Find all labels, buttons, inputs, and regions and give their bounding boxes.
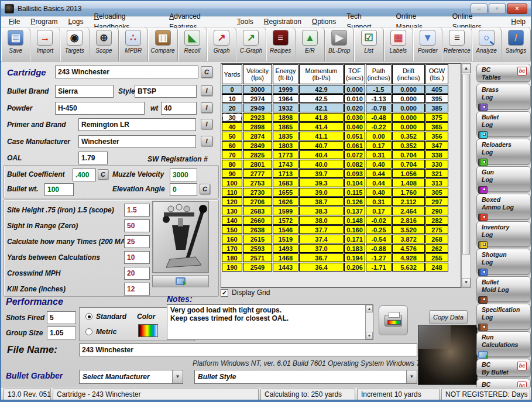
cell-yards[interactable]: 60 xyxy=(222,141,242,150)
bullet-style-dropdown[interactable]: Bullet Style ▼ xyxy=(194,370,417,384)
cell-momentum[interactable]: 38.7 xyxy=(299,197,344,206)
cell-drift[interactable]: 0.000 xyxy=(392,94,425,103)
cell-tof[interactable]: 0.030 xyxy=(344,113,365,122)
sight-in-range-input[interactable] xyxy=(124,219,150,232)
cell-energy[interactable]: 1683 xyxy=(273,178,298,187)
boxed-ammo-log-button[interactable]: BoxedAmmo Log xyxy=(476,194,531,219)
cell-path[interactable]: 0.17 xyxy=(366,141,392,150)
cell-momentum[interactable]: 40.7 xyxy=(299,141,344,150)
bc-by-bullet-button[interactable]: BCBy Bulletbc xyxy=(476,359,531,377)
cell-yards[interactable]: 120 xyxy=(222,197,242,206)
metric-radio[interactable] xyxy=(85,328,92,335)
group-size-input[interactable] xyxy=(47,327,76,339)
cell-tof[interactable]: 0.160 xyxy=(344,225,365,234)
cell-yards[interactable]: 110 xyxy=(222,188,242,197)
cell-velocity[interactable]: 2974 xyxy=(243,94,272,103)
cell-yards[interactable]: 100 xyxy=(222,178,242,187)
cell-ogw[interactable]: 365 xyxy=(425,122,448,131)
cell-tof[interactable]: 0.040 xyxy=(344,122,365,131)
cell-ogw[interactable]: 305 xyxy=(425,188,448,197)
cell-velocity[interactable]: 2706 xyxy=(243,197,272,206)
cell-velocity[interactable]: 2753 xyxy=(243,178,272,187)
cell-path[interactable]: 0.40 xyxy=(366,160,392,169)
display-grid-checkbox[interactable]: ✓ xyxy=(221,289,228,297)
cell-yards[interactable]: 130 xyxy=(222,207,242,215)
bullet-info-button[interactable]: I xyxy=(201,85,212,96)
cell-ogw[interactable]: 248 xyxy=(425,263,448,272)
cell-momentum[interactable]: 40.4 xyxy=(299,150,344,159)
yards-between-input[interactable] xyxy=(124,251,150,264)
cell-drift[interactable]: 0.000 xyxy=(392,122,425,131)
inventory-log-button[interactable]: InventoryLog xyxy=(476,221,531,247)
cell-velocity[interactable]: 2683 xyxy=(243,207,272,215)
bullet-wt-input[interactable] xyxy=(44,183,74,196)
recoil-button[interactable]: ◣Recoil xyxy=(178,28,207,61)
cell-yards[interactable]: 30 xyxy=(222,113,242,122)
cell-yards[interactable]: 80 xyxy=(222,160,242,169)
cell-energy[interactable]: 1835 xyxy=(273,132,298,140)
cell-ogw[interactable]: 347 xyxy=(425,141,448,150)
cell-path[interactable]: -0.78 xyxy=(366,104,392,112)
cell-tof[interactable]: 0.183 xyxy=(344,244,365,253)
chevron-down-icon[interactable]: ▼ xyxy=(406,370,417,383)
cell-drift[interactable]: 0.704 xyxy=(392,150,425,159)
gun-log-button[interactable]: GunLog xyxy=(476,166,531,192)
cell-ogw[interactable]: 313 xyxy=(425,178,448,187)
cell-ogw[interactable]: 375 xyxy=(425,113,448,122)
powder-wt-input[interactable] xyxy=(161,102,197,115)
scroll-up-icon[interactable]: ▲ xyxy=(462,64,471,73)
cell-path[interactable]: 0.17 xyxy=(366,207,392,215)
list-button[interactable]: ☑List xyxy=(354,28,383,61)
shots-fired-input[interactable] xyxy=(47,311,76,324)
c-graph-button[interactable]: ↗C-Graph xyxy=(236,28,266,61)
scroll-thumb[interactable] xyxy=(462,74,470,255)
cell-drift[interactable]: 1.760 xyxy=(392,188,425,197)
cartridge-c-button[interactable]: C xyxy=(201,66,212,78)
cell-ogw[interactable]: 268 xyxy=(425,235,448,243)
cell-drift[interactable]: 1.408 xyxy=(392,178,425,187)
cell-energy[interactable]: 1803 xyxy=(273,141,298,150)
targets-button[interactable]: ◉Targets xyxy=(60,28,90,61)
scope-button[interactable]: ⊕Scope xyxy=(90,28,119,61)
mpbr-button[interactable]: ∴MPBR xyxy=(119,28,148,61)
cell-momentum[interactable]: 41.8 xyxy=(299,113,344,122)
cell-yards[interactable]: 150 xyxy=(222,225,242,234)
cell-tof[interactable]: 0.061 xyxy=(344,141,365,150)
cell-velocity[interactable]: 2874 xyxy=(243,132,272,140)
print-button[interactable] xyxy=(379,305,408,335)
cell-energy[interactable]: 1773 xyxy=(273,150,298,159)
cell-momentum[interactable]: 42.9 xyxy=(299,85,344,94)
cell-momentum[interactable]: 36.7 xyxy=(299,253,344,262)
cell-path[interactable]: -0.48 xyxy=(366,113,392,122)
cell-tof[interactable]: 0.206 xyxy=(344,263,365,272)
cell-drift[interactable]: 1.056 xyxy=(392,169,425,178)
bl-drop-button[interactable]: ▶BL-Drop xyxy=(325,28,354,61)
cell-drift[interactable]: 0.704 xyxy=(392,160,425,169)
cell-velocity[interactable]: 2825 xyxy=(243,150,272,159)
cell-drift[interactable]: 4.576 xyxy=(392,244,425,253)
cell-ogw[interactable]: 297 xyxy=(425,197,448,206)
cell-path[interactable]: 0.44 xyxy=(366,178,392,187)
oal-input[interactable] xyxy=(78,152,108,164)
reference-button[interactable]: ≡Reference xyxy=(442,28,472,61)
cell-drift[interactable]: 2.112 xyxy=(392,197,425,206)
cell-energy[interactable]: 1468 xyxy=(273,253,298,262)
file-name-input[interactable] xyxy=(79,343,417,356)
save-button[interactable]: ▤Save xyxy=(1,28,30,61)
cell-momentum[interactable]: 42.1 xyxy=(299,104,344,112)
cell-momentum[interactable]: 41.4 xyxy=(299,122,344,131)
muzzle-velocity-input[interactable] xyxy=(170,169,197,181)
scroll-down-icon[interactable]: ▼ xyxy=(462,278,471,287)
cell-tof[interactable]: 0.171 xyxy=(344,235,365,243)
cell-path[interactable]: -1.13 xyxy=(366,94,392,103)
cell-path[interactable]: -0.02 xyxy=(366,216,392,225)
cell-tof[interactable]: 0.104 xyxy=(344,178,365,187)
cell-ogw[interactable]: 385 xyxy=(425,104,448,112)
cell-energy[interactable]: 1626 xyxy=(273,197,298,206)
cell-drift[interactable]: 2.816 xyxy=(392,216,425,225)
cell-velocity[interactable]: 2593 xyxy=(243,244,272,253)
cell-momentum[interactable]: 41.1 xyxy=(299,132,344,140)
standard-radio[interactable] xyxy=(85,313,92,320)
cell-velocity[interactable]: 2898 xyxy=(243,122,272,131)
cell-energy[interactable]: 1898 xyxy=(273,113,298,122)
